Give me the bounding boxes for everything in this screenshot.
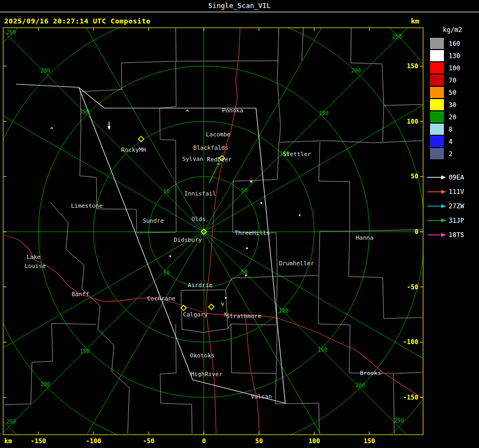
bottom-axis-label: 150 bbox=[364, 437, 375, 445]
cell-caret-down-icon: v bbox=[221, 301, 224, 307]
radar-site-diamond-icon bbox=[209, 304, 214, 309]
ring-distance-label: 250 bbox=[6, 29, 16, 35]
storm-track-id: 31JP bbox=[449, 217, 464, 224]
storm-track-arrow-icon bbox=[427, 203, 447, 209]
ring-distance-label: 150 bbox=[80, 109, 89, 115]
ring-distance-label: 100 bbox=[279, 308, 288, 314]
town-label: Blackfalds bbox=[193, 144, 228, 151]
legend-entry: 20 bbox=[430, 111, 479, 123]
legend-value: 30 bbox=[449, 101, 456, 109]
county-boundary bbox=[393, 372, 423, 373]
county-boundary bbox=[318, 275, 394, 434]
town-label: Innisfail bbox=[184, 190, 216, 197]
town-label: ThreeHills bbox=[235, 230, 270, 237]
legend-value: 20 bbox=[449, 113, 456, 121]
ring-distance-label: 150 bbox=[319, 110, 328, 116]
storm-cell-dot bbox=[299, 215, 301, 216]
town-label: Lacombe bbox=[206, 131, 230, 138]
county-boundary bbox=[383, 105, 384, 142]
range-spoke bbox=[0, 0, 204, 232]
county-boundary bbox=[302, 28, 303, 61]
ring-distance-label: 250 bbox=[394, 418, 404, 423]
legend-swatch bbox=[430, 124, 444, 135]
town-label: Ponoka bbox=[222, 107, 243, 114]
storm-track-legend-entry: 09EA bbox=[427, 170, 479, 184]
county-boundary bbox=[228, 276, 277, 329]
ring-distance-label: 50 bbox=[163, 270, 170, 276]
legend-entry: 8 bbox=[430, 124, 479, 135]
storm-track-legend-entry: 27ZW bbox=[427, 199, 479, 213]
cell-caret-up-icon: ^ bbox=[186, 109, 189, 116]
storm-track-id: 18TS bbox=[449, 231, 464, 239]
legend-value: 4 bbox=[449, 138, 452, 145]
color-scale: 16013010070503020842 bbox=[426, 38, 479, 159]
town-label: Drumheller bbox=[279, 260, 315, 267]
county-boundary bbox=[160, 61, 176, 232]
storm-cell-dot bbox=[225, 297, 227, 299]
town-label: Okotoks bbox=[190, 352, 214, 359]
scan-coverage-outline bbox=[16, 84, 285, 403]
storm-track-arrowhead-icon bbox=[108, 126, 111, 129]
radar-map-canvas[interactable]: *^^vx25020015050501001502002505050100150… bbox=[0, 0, 426, 448]
town-label: Limestone bbox=[71, 202, 103, 209]
town-label: Strathmore bbox=[226, 313, 261, 320]
range-spoke bbox=[0, 13, 204, 232]
county-boundary bbox=[233, 231, 350, 276]
county-boundary bbox=[350, 230, 423, 231]
bottom-axis-label: -150 bbox=[31, 437, 46, 445]
county-boundary bbox=[176, 28, 279, 61]
legend-entry: 2 bbox=[430, 148, 479, 159]
town-label: Stettler bbox=[283, 151, 311, 158]
town-label: HighRiver bbox=[191, 371, 222, 378]
ring-distance-label: 200 bbox=[356, 382, 365, 388]
legend-swatch bbox=[430, 136, 444, 147]
county-boundary bbox=[4, 323, 53, 405]
storm-track-id: 111V bbox=[449, 188, 464, 196]
town-label: Sundre bbox=[143, 217, 164, 224]
legend-entry: 70 bbox=[430, 75, 479, 86]
legend-value: 160 bbox=[449, 40, 460, 47]
legend-entry: 130 bbox=[430, 50, 479, 61]
town-label: Didsbury bbox=[174, 237, 202, 243]
county-boundary bbox=[80, 63, 122, 128]
storm-track-arrow-icon bbox=[427, 189, 447, 195]
town-label: Banff bbox=[71, 291, 89, 298]
storm-track-arrow-icon bbox=[427, 232, 447, 238]
storm-cell-dot bbox=[261, 202, 262, 204]
county-boundary bbox=[121, 61, 176, 63]
legend-entry: 30 bbox=[430, 99, 479, 110]
storm-cell-asterisk-icon: * bbox=[249, 178, 253, 186]
ring-distance-label: 200 bbox=[40, 68, 50, 74]
range-spoke bbox=[204, 232, 426, 448]
legend-swatch bbox=[430, 38, 444, 49]
storm-track-id: 27ZW bbox=[449, 202, 464, 210]
county-boundary bbox=[349, 231, 423, 319]
ring-distance-label: 50 bbox=[163, 189, 170, 194]
county-boundary bbox=[233, 181, 233, 232]
ring-distance-label: 250 bbox=[6, 419, 16, 425]
legend-value: 8 bbox=[449, 126, 452, 133]
right-axis-label: 100 bbox=[407, 118, 418, 125]
town-label: Louise bbox=[24, 263, 46, 270]
legend-swatch bbox=[430, 148, 444, 159]
town-label: Lake bbox=[27, 254, 41, 260]
range-spoke bbox=[0, 0, 204, 232]
highway-line bbox=[206, 313, 423, 398]
ring-distance-label: 50 bbox=[241, 188, 247, 193]
storm-track-arrow-icon bbox=[427, 217, 447, 224]
county-boundary bbox=[231, 324, 277, 373]
bottom-axis-label: -50 bbox=[143, 437, 155, 445]
right-axis-label: 50 bbox=[411, 173, 418, 180]
ring-distance-label: 50 bbox=[241, 269, 247, 275]
town-label: Calgary bbox=[183, 311, 208, 318]
ring-distance-label: 150 bbox=[318, 347, 327, 353]
bottom-axis-label: 50 bbox=[255, 437, 262, 445]
legend-unit-label: kg/m2 bbox=[443, 26, 479, 34]
legend-entry: 50 bbox=[430, 87, 479, 98]
legend-swatch bbox=[430, 50, 444, 61]
legend-value: 70 bbox=[449, 77, 456, 84]
legend-swatch bbox=[430, 99, 444, 110]
ring-distance-label: 200 bbox=[40, 381, 50, 387]
range-spoke bbox=[204, 13, 426, 232]
storm-cell-dot bbox=[246, 248, 248, 249]
